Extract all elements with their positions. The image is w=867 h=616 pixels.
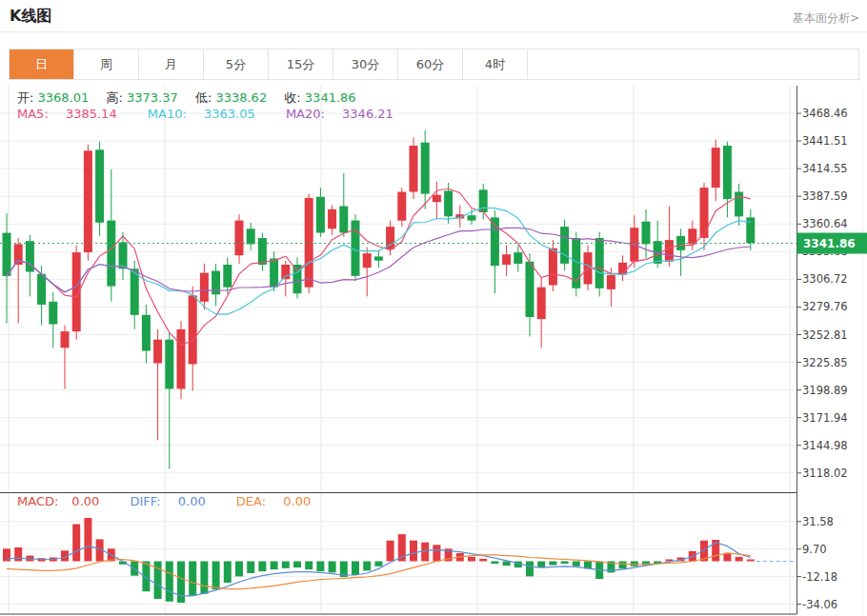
- tab-15分[interactable]: 15分: [269, 50, 333, 79]
- close-label: 收:: [284, 90, 300, 105]
- tab-4时[interactable]: 4时: [463, 50, 528, 79]
- macd-value: 0.00: [71, 494, 99, 508]
- ma5-value: 3385.14: [66, 107, 117, 121]
- svg-text:3279.76: 3279.76: [802, 300, 848, 313]
- high-value: 3373.37: [127, 90, 178, 105]
- fundamental-analysis-link[interactable]: 基本面分析>: [793, 10, 859, 27]
- ma-legend: MA5: 3385.14 MA10: 3363.05 MA20: 3346.21: [17, 107, 420, 121]
- open-value: 3368.01: [38, 90, 90, 105]
- high-label: 高:: [106, 90, 122, 105]
- svg-text:9.70: 9.70: [802, 543, 827, 556]
- diff-value: 0.00: [178, 494, 206, 508]
- kline-chart-canvas[interactable]: 3468.463441.513414.553387.593360.643333.…: [0, 86, 867, 616]
- price-axis-labels: 3468.463441.513414.553387.593360.643333.…: [796, 107, 848, 480]
- svg-text:-34.06: -34.06: [802, 598, 837, 611]
- kline-page: K线图 基本面分析> 日周月5分15分30分60分4时 3468.463441.…: [0, 0, 867, 616]
- tab-月[interactable]: 月: [139, 50, 204, 79]
- svg-text:31.58: 31.58: [802, 515, 834, 528]
- ma20-entry: MA20: 3346.21: [286, 107, 407, 121]
- tab-日[interactable]: 日: [10, 50, 74, 79]
- page-title: K线图: [10, 6, 51, 27]
- tab-30分[interactable]: 30分: [333, 50, 398, 79]
- svg-text:3306.72: 3306.72: [802, 272, 848, 286]
- svg-text:3341.86: 3341.86: [803, 237, 856, 250]
- tab-5分[interactable]: 5分: [204, 50, 269, 79]
- svg-text:3225.85: 3225.85: [802, 356, 848, 369]
- pane-borders: [0, 86, 863, 614]
- diff-line: [7, 543, 751, 596]
- close-value: 3341.86: [305, 90, 356, 105]
- chart-region: 3468.463441.513414.553387.593360.643333.…: [0, 86, 867, 616]
- page-header: K线图 基本面分析>: [10, 6, 859, 27]
- svg-text:3252.81: 3252.81: [802, 328, 848, 342]
- header-divider: [0, 31, 867, 32]
- ohlc-legend: 开: 3368.01 高: 3373.37 低: 3338.62 收: 3341…: [17, 89, 370, 107]
- low-value: 3338.62: [215, 90, 267, 105]
- svg-text:3468.46: 3468.46: [802, 107, 848, 120]
- period-tab-bar: 日周月5分15分30分60分4时: [9, 49, 859, 80]
- ma5-entry: MA5: 3385.14: [17, 107, 131, 121]
- tab-周[interactable]: 周: [74, 50, 139, 79]
- dea-value: 0.00: [283, 494, 311, 508]
- low-label: 低:: [195, 90, 212, 105]
- svg-text:3387.59: 3387.59: [802, 189, 848, 203]
- price-badge: 3341.86: [797, 233, 867, 254]
- svg-text:3198.89: 3198.89: [802, 384, 848, 397]
- ma10-value: 3363.05: [204, 107, 255, 121]
- macd-axis-labels: 31.589.70-12.18-34.06: [796, 515, 837, 611]
- svg-text:3144.98: 3144.98: [802, 439, 848, 452]
- svg-text:3441.51: 3441.51: [802, 134, 848, 148]
- dea-entry: DEA: 0.00: [236, 494, 324, 508]
- tab-60分[interactable]: 60分: [398, 50, 463, 79]
- diff-entry: DIFF: 0.00: [130, 494, 218, 508]
- svg-text:3414.55: 3414.55: [802, 162, 848, 175]
- macd-legend: MACD:0.00 DIFF: 0.00 DEA: 0.00: [17, 494, 337, 508]
- macd-entry: MACD:0.00: [17, 494, 112, 508]
- open-label: 开:: [17, 90, 33, 105]
- svg-text:3171.94: 3171.94: [802, 411, 848, 425]
- svg-text:3360.64: 3360.64: [802, 217, 848, 230]
- svg-text:3118.02: 3118.02: [802, 467, 848, 480]
- ma10-entry: MA10: 3363.05: [148, 107, 269, 121]
- ma20-value: 3346.21: [342, 107, 393, 121]
- svg-text:-12.18: -12.18: [802, 570, 837, 584]
